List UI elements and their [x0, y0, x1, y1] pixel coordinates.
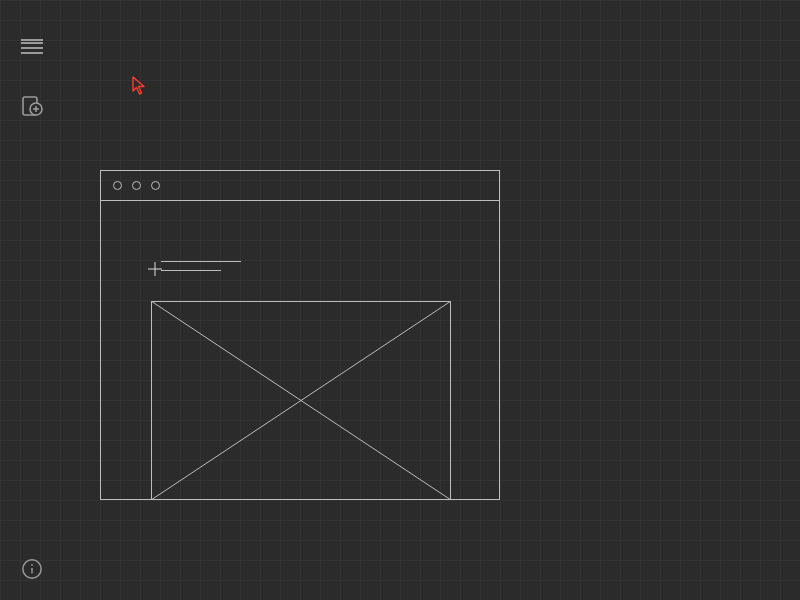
stencil-browser-window[interactable]	[100, 170, 500, 500]
add-stencil-icon	[20, 94, 44, 118]
info-button[interactable]	[0, 558, 64, 580]
text-line	[161, 261, 241, 262]
menu-button[interactable]	[12, 20, 52, 60]
window-control-dot	[151, 181, 160, 190]
window-control-dot	[132, 181, 141, 190]
info-icon	[21, 558, 43, 580]
stencil-image-placeholder[interactable]	[151, 301, 451, 500]
left-toolbar	[0, 0, 64, 600]
browser-titlebar	[101, 171, 499, 201]
window-control-dot	[113, 181, 122, 190]
stencil-text-block[interactable]	[161, 261, 241, 271]
text-line	[161, 270, 221, 271]
add-stencil-button[interactable]	[12, 86, 52, 126]
hamburger-icon	[21, 39, 43, 41]
svg-point-5	[31, 564, 33, 566]
